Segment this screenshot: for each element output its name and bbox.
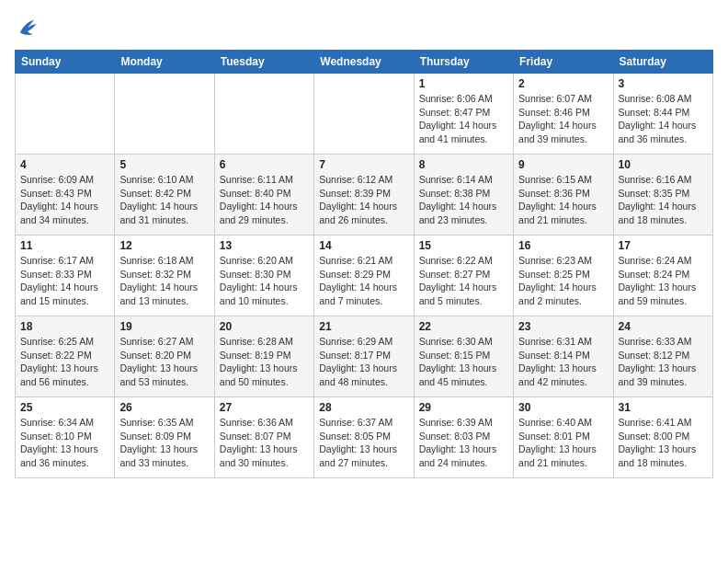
calendar-cell: 11 Sunrise: 6:17 AM Sunset: 8:33 PM Dayl… — [16, 236, 115, 316]
day-number: 24 — [619, 320, 708, 333]
calendar-cell: 7 Sunrise: 6:12 AM Sunset: 8:39 PM Dayli… — [314, 155, 414, 236]
calendar-cell: 25 Sunrise: 6:34 AM Sunset: 8:10 PM Dayl… — [16, 397, 115, 478]
weekday-header-sunday: Sunday — [16, 51, 115, 74]
calendar-cell — [314, 74, 414, 155]
day-number: 26 — [119, 401, 209, 414]
day-number: 25 — [20, 401, 109, 414]
day-number: 30 — [518, 401, 608, 414]
day-number: 17 — [619, 239, 708, 252]
calendar-cell: 30 Sunrise: 6:40 AM Sunset: 8:01 PM Dayl… — [514, 397, 613, 478]
day-detail: Sunrise: 6:21 AM Sunset: 8:29 PM Dayligh… — [319, 254, 408, 308]
day-detail: Sunrise: 6:27 AM Sunset: 8:20 PM Dayligh… — [119, 335, 209, 389]
day-number: 15 — [419, 239, 508, 252]
day-detail: Sunrise: 6:10 AM Sunset: 8:42 PM Dayligh… — [119, 173, 209, 227]
day-number: 29 — [419, 401, 508, 414]
weekday-header-monday: Monday — [115, 51, 214, 74]
day-number: 21 — [319, 320, 408, 333]
calendar-cell: 26 Sunrise: 6:35 AM Sunset: 8:09 PM Dayl… — [115, 397, 214, 478]
day-detail: Sunrise: 6:17 AM Sunset: 8:33 PM Dayligh… — [20, 254, 109, 308]
day-number: 27 — [220, 401, 309, 414]
day-number: 8 — [419, 158, 508, 171]
day-number: 7 — [319, 158, 408, 171]
calendar-week-2: 4 Sunrise: 6:09 AM Sunset: 8:43 PM Dayli… — [16, 155, 713, 236]
day-number: 14 — [319, 239, 408, 252]
day-number: 28 — [319, 401, 408, 414]
day-number: 16 — [518, 239, 608, 252]
calendar-cell: 31 Sunrise: 6:41 AM Sunset: 8:00 PM Dayl… — [613, 397, 712, 478]
day-number: 3 — [619, 77, 708, 90]
day-detail: Sunrise: 6:29 AM Sunset: 8:17 PM Dayligh… — [319, 335, 408, 389]
calendar-cell: 19 Sunrise: 6:27 AM Sunset: 8:20 PM Dayl… — [115, 316, 214, 397]
calendar-cell: 2 Sunrise: 6:07 AM Sunset: 8:46 PM Dayli… — [514, 74, 613, 155]
day-detail: Sunrise: 6:39 AM Sunset: 8:03 PM Dayligh… — [419, 416, 508, 470]
day-detail: Sunrise: 6:07 AM Sunset: 8:46 PM Dayligh… — [518, 92, 608, 146]
calendar-week-5: 25 Sunrise: 6:34 AM Sunset: 8:10 PM Dayl… — [16, 397, 713, 478]
calendar-cell: 28 Sunrise: 6:37 AM Sunset: 8:05 PM Dayl… — [314, 397, 414, 478]
day-detail: Sunrise: 6:22 AM Sunset: 8:27 PM Dayligh… — [419, 254, 508, 308]
day-detail: Sunrise: 6:12 AM Sunset: 8:39 PM Dayligh… — [319, 173, 408, 227]
calendar-cell: 18 Sunrise: 6:25 AM Sunset: 8:22 PM Dayl… — [16, 316, 115, 397]
weekday-header-friday: Friday — [514, 51, 613, 74]
day-detail: Sunrise: 6:18 AM Sunset: 8:32 PM Dayligh… — [119, 254, 209, 308]
calendar-cell: 12 Sunrise: 6:18 AM Sunset: 8:32 PM Dayl… — [115, 236, 214, 316]
day-number: 11 — [20, 239, 109, 252]
weekday-header-thursday: Thursday — [414, 51, 513, 74]
day-detail: Sunrise: 6:14 AM Sunset: 8:38 PM Dayligh… — [419, 173, 508, 227]
day-number: 2 — [518, 77, 608, 90]
calendar-week-3: 11 Sunrise: 6:17 AM Sunset: 8:33 PM Dayl… — [16, 236, 713, 316]
logo-bird-icon — [15, 15, 40, 40]
day-detail: Sunrise: 6:36 AM Sunset: 8:07 PM Dayligh… — [220, 416, 309, 470]
logo — [15, 15, 44, 40]
day-detail: Sunrise: 6:31 AM Sunset: 8:14 PM Dayligh… — [518, 335, 608, 389]
day-detail: Sunrise: 6:35 AM Sunset: 8:09 PM Dayligh… — [119, 416, 209, 470]
day-number: 20 — [220, 320, 309, 333]
calendar-week-4: 18 Sunrise: 6:25 AM Sunset: 8:22 PM Dayl… — [16, 316, 713, 397]
day-detail: Sunrise: 6:34 AM Sunset: 8:10 PM Dayligh… — [20, 416, 109, 470]
day-number: 9 — [518, 158, 608, 171]
calendar-cell: 24 Sunrise: 6:33 AM Sunset: 8:12 PM Dayl… — [613, 316, 712, 397]
weekday-header-tuesday: Tuesday — [214, 51, 313, 74]
day-number: 1 — [419, 77, 508, 90]
day-detail: Sunrise: 6:20 AM Sunset: 8:30 PM Dayligh… — [220, 254, 309, 308]
weekday-header-wednesday: Wednesday — [314, 51, 414, 74]
day-detail: Sunrise: 6:37 AM Sunset: 8:05 PM Dayligh… — [319, 416, 408, 470]
day-detail: Sunrise: 6:06 AM Sunset: 8:47 PM Dayligh… — [419, 92, 508, 146]
calendar-cell: 15 Sunrise: 6:22 AM Sunset: 8:27 PM Dayl… — [414, 236, 513, 316]
calendar-cell: 21 Sunrise: 6:29 AM Sunset: 8:17 PM Dayl… — [314, 316, 414, 397]
calendar-cell: 27 Sunrise: 6:36 AM Sunset: 8:07 PM Dayl… — [214, 397, 313, 478]
day-detail: Sunrise: 6:30 AM Sunset: 8:15 PM Dayligh… — [419, 335, 508, 389]
day-detail: Sunrise: 6:09 AM Sunset: 8:43 PM Dayligh… — [20, 173, 109, 227]
calendar-cell: 29 Sunrise: 6:39 AM Sunset: 8:03 PM Dayl… — [414, 397, 513, 478]
calendar-cell: 17 Sunrise: 6:24 AM Sunset: 8:24 PM Dayl… — [613, 236, 712, 316]
day-detail: Sunrise: 6:15 AM Sunset: 8:36 PM Dayligh… — [518, 173, 608, 227]
day-detail: Sunrise: 6:08 AM Sunset: 8:44 PM Dayligh… — [619, 92, 708, 146]
calendar-cell: 3 Sunrise: 6:08 AM Sunset: 8:44 PM Dayli… — [613, 74, 712, 155]
calendar-cell: 14 Sunrise: 6:21 AM Sunset: 8:29 PM Dayl… — [314, 236, 414, 316]
day-number: 13 — [220, 239, 309, 252]
day-number: 12 — [119, 239, 209, 252]
day-number: 5 — [119, 158, 209, 171]
calendar-cell: 10 Sunrise: 6:16 AM Sunset: 8:35 PM Dayl… — [613, 155, 712, 236]
day-number: 4 — [20, 158, 109, 171]
day-number: 31 — [619, 401, 708, 414]
day-number: 19 — [119, 320, 209, 333]
day-detail: Sunrise: 6:11 AM Sunset: 8:40 PM Dayligh… — [220, 173, 309, 227]
calendar-cell — [214, 74, 313, 155]
weekday-header-saturday: Saturday — [613, 51, 712, 74]
calendar-cell: 1 Sunrise: 6:06 AM Sunset: 8:47 PM Dayli… — [414, 74, 513, 155]
calendar-cell — [115, 74, 214, 155]
day-detail: Sunrise: 6:41 AM Sunset: 8:00 PM Dayligh… — [619, 416, 708, 470]
calendar-cell: 13 Sunrise: 6:20 AM Sunset: 8:30 PM Dayl… — [214, 236, 313, 316]
calendar-cell: 4 Sunrise: 6:09 AM Sunset: 8:43 PM Dayli… — [16, 155, 115, 236]
day-number: 6 — [220, 158, 309, 171]
calendar-cell: 6 Sunrise: 6:11 AM Sunset: 8:40 PM Dayli… — [214, 155, 313, 236]
day-detail: Sunrise: 6:23 AM Sunset: 8:25 PM Dayligh… — [518, 254, 608, 308]
day-number: 22 — [419, 320, 508, 333]
calendar-cell: 5 Sunrise: 6:10 AM Sunset: 8:42 PM Dayli… — [115, 155, 214, 236]
day-detail: Sunrise: 6:28 AM Sunset: 8:19 PM Dayligh… — [220, 335, 309, 389]
day-detail: Sunrise: 6:40 AM Sunset: 8:01 PM Dayligh… — [518, 416, 608, 470]
calendar-cell: 16 Sunrise: 6:23 AM Sunset: 8:25 PM Dayl… — [514, 236, 613, 316]
day-detail: Sunrise: 6:25 AM Sunset: 8:22 PM Dayligh… — [20, 335, 109, 389]
day-detail: Sunrise: 6:16 AM Sunset: 8:35 PM Dayligh… — [619, 173, 708, 227]
calendar-cell: 9 Sunrise: 6:15 AM Sunset: 8:36 PM Dayli… — [514, 155, 613, 236]
